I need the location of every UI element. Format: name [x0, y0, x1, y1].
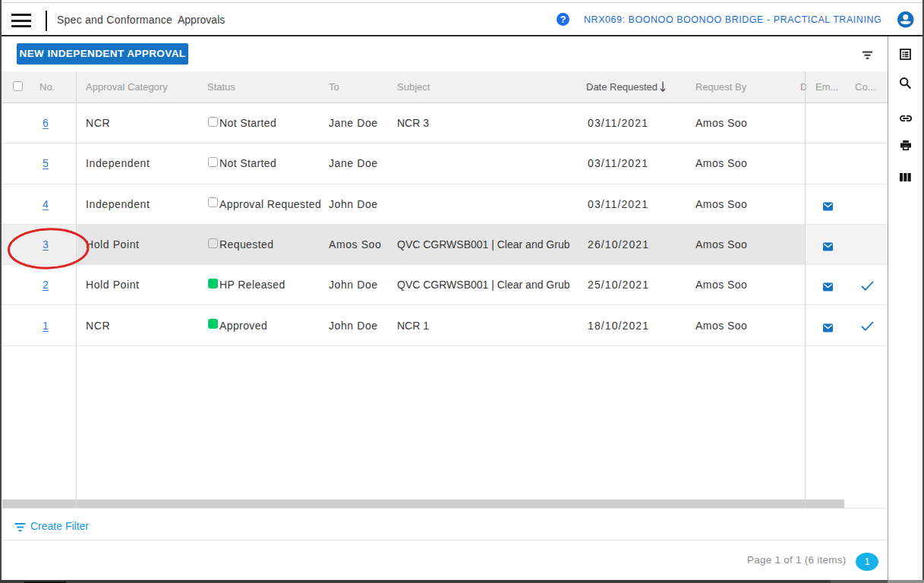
- svg-text:?: ?: [560, 14, 566, 25]
